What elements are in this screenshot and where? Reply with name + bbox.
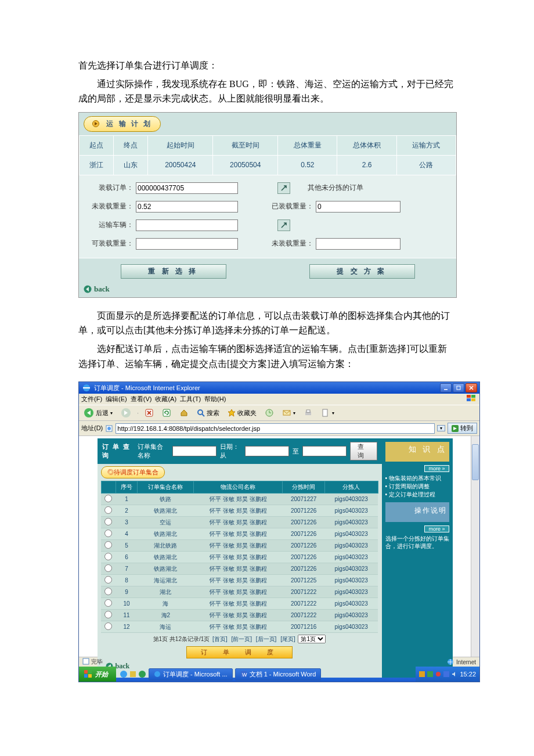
- row-radio[interactable]: [104, 530, 112, 537]
- edit-button[interactable]: ▾: [319, 408, 337, 418]
- taskbar-item-word[interactable]: W 文档 1 - Microsoft Word: [235, 668, 322, 681]
- table-cell: pigs0403023: [324, 552, 378, 563]
- home-button[interactable]: [177, 408, 191, 418]
- input-datefrom[interactable]: [245, 446, 289, 456]
- row-radio[interactable]: [104, 541, 112, 549]
- instruction-more-link[interactable]: more »: [424, 525, 449, 532]
- table-row[interactable]: 8海运湖北怀平 张敏 郑昊 张鹏程20071225pigs0403023: [101, 575, 378, 586]
- table-cell: 怀平 张敏 郑昊 张鹏程: [194, 528, 283, 540]
- menu-item[interactable]: 收藏(A): [155, 395, 176, 404]
- row-radio[interactable]: [104, 611, 112, 618]
- submit-button[interactable]: 提 交 方 案: [309, 264, 415, 279]
- history-button[interactable]: [262, 408, 276, 418]
- search-button[interactable]: 搜索: [194, 408, 222, 418]
- dispatch-order-button[interactable]: 订 单 调 度: [186, 646, 293, 658]
- menu-item[interactable]: 帮助(H): [204, 395, 226, 404]
- row-radio[interactable]: [104, 518, 112, 525]
- address-input[interactable]: [116, 423, 435, 434]
- refresh-button[interactable]: [160, 408, 174, 418]
- pager-first[interactable]: [首页]: [212, 636, 228, 642]
- window-title: 订单调度 - Microsoft Internet Explorer: [94, 384, 200, 393]
- table-row[interactable]: 4铁路湖北怀平 张敏 郑昊 张鹏程20071226pigs0403023: [101, 528, 378, 540]
- close-button[interactable]: [466, 383, 477, 393]
- pager-last[interactable]: [尾页]: [280, 636, 295, 642]
- tray-icon[interactable]: [435, 671, 441, 677]
- link-other-unsorted[interactable]: 其他未分拣的订单: [308, 183, 363, 193]
- table-row[interactable]: 12海运怀平 张敏 郑昊 张鹏程20071216pigs0403023: [101, 621, 378, 633]
- pick-order-button[interactable]: [277, 182, 290, 194]
- menu-item[interactable]: 文件(F): [81, 395, 102, 404]
- mail-button[interactable]: ▾: [280, 408, 298, 418]
- svg-point-37: [436, 672, 441, 676]
- table-cell: 怀平 张敏 郑昊 张鹏程: [194, 586, 283, 598]
- reset-button[interactable]: 重 新 选 择: [121, 264, 226, 279]
- row-radio[interactable]: [104, 495, 112, 502]
- row-radio[interactable]: [104, 576, 112, 584]
- input-load-order[interactable]: [136, 182, 238, 194]
- row-radio[interactable]: [104, 622, 112, 630]
- table-cell: pigs0403023: [324, 610, 378, 621]
- input-remain-wt[interactable]: [316, 238, 400, 250]
- knowledge-item[interactable]: 订货周期的调整: [385, 483, 449, 491]
- row-radio[interactable]: [104, 588, 112, 595]
- table-row[interactable]: 9湖北怀平 张敏 郑昊 张鹏程20071222pigs0403023: [101, 586, 378, 598]
- plan-data-cell: 2.6: [337, 155, 396, 175]
- row-radio[interactable]: [104, 599, 112, 607]
- table-row[interactable]: 2铁路湖北怀平 张敏 郑昊 张鹏程20071226pigs0403023: [101, 505, 378, 517]
- knowledge-item[interactable]: 物集装箱的基本常识: [385, 474, 449, 483]
- knowledge-more-link[interactable]: more »: [424, 465, 449, 472]
- row-radio[interactable]: [104, 564, 112, 572]
- back-link[interactable]: back: [79, 282, 456, 297]
- menu-item[interactable]: 工具(T): [180, 395, 201, 404]
- table-cell: pigs0403023: [324, 598, 378, 610]
- quicklaunch-media-icon[interactable]: [138, 670, 146, 678]
- address-dropdown-icon[interactable]: ▾: [437, 425, 445, 431]
- favorites-button[interactable]: 收藏夹: [225, 408, 259, 418]
- knowledge-item[interactable]: 定义订单处理过程: [385, 491, 449, 499]
- tray-icon[interactable]: [427, 671, 433, 677]
- webapp-frame: 一方益软教育软件系列 3PL 数字信息平台 系统时间2008年01月03日12时…: [98, 438, 453, 654]
- nav-forward-button[interactable]: [118, 407, 134, 419]
- taskbar-item-ie[interactable]: 订单调度 - Microsoft ...: [149, 668, 233, 681]
- tray-icon[interactable]: [443, 671, 449, 677]
- stop-button[interactable]: [142, 408, 156, 418]
- quicklaunch-desktop-icon[interactable]: [129, 670, 137, 678]
- pick-vehicle-button[interactable]: [277, 219, 290, 231]
- go-button[interactable]: 转到: [448, 423, 477, 434]
- maximize-button[interactable]: [453, 383, 464, 393]
- print-button[interactable]: [301, 408, 315, 418]
- page-icon: [105, 424, 113, 433]
- input-setname[interactable]: [172, 446, 217, 456]
- input-loaded-wt[interactable]: [316, 201, 400, 213]
- scroll-thumb[interactable]: [472, 444, 479, 480]
- query-button[interactable]: 查 询: [350, 442, 377, 460]
- table-row[interactable]: 11海2怀平 张敏 郑昊 张鹏程20071222pigs0403023: [101, 610, 378, 621]
- table-row[interactable]: 5湖北铁路怀平 张敏 郑昊 张鹏程20071226pigs0403023: [101, 540, 378, 552]
- pager-next[interactable]: [后一页]: [256, 636, 277, 642]
- menu-item[interactable]: 编辑(E): [106, 395, 127, 404]
- start-button[interactable]: 开始: [79, 667, 116, 682]
- table-cell: [101, 505, 116, 517]
- input-capacity[interactable]: [136, 238, 238, 250]
- input-dateto[interactable]: [302, 446, 347, 456]
- nav-back-button[interactable]: 后退 ▾: [81, 407, 115, 419]
- pager-select[interactable]: 第1页: [298, 635, 326, 643]
- table-row[interactable]: 3空运怀平 张敏 郑昊 张鹏程20071226pigs0403023: [101, 517, 378, 528]
- menu-item[interactable]: 查看(V): [131, 395, 152, 404]
- vertical-scrollbar[interactable]: [471, 436, 479, 657]
- row-radio[interactable]: [104, 553, 112, 560]
- pager-prev[interactable]: [前一页]: [231, 636, 252, 642]
- table-row[interactable]: 10海怀平 张敏 郑昊 张鹏程20071222pigs0403023: [101, 598, 378, 610]
- minimize-button[interactable]: [440, 383, 452, 393]
- input-vehicle[interactable]: [136, 219, 238, 231]
- tray-icon[interactable]: [419, 671, 425, 677]
- table-cell: [101, 621, 116, 633]
- table-row[interactable]: 7铁路湖北怀平 张敏 郑昊 张鹏程20071226pigs0403023: [101, 563, 378, 575]
- table-row[interactable]: 6铁路湖北怀平 张敏 郑昊 张鹏程20071226pigs0403023: [101, 552, 378, 563]
- input-unloaded-wt[interactable]: [136, 201, 238, 213]
- table-row[interactable]: 1铁路怀平 张敏 郑昊 张鹏程20071227pigs0403023: [101, 494, 378, 505]
- tray-volume-icon[interactable]: [452, 671, 457, 677]
- row-radio[interactable]: [104, 506, 112, 514]
- quicklaunch-ie-icon[interactable]: [120, 670, 128, 678]
- internet-zone-icon: [447, 658, 454, 665]
